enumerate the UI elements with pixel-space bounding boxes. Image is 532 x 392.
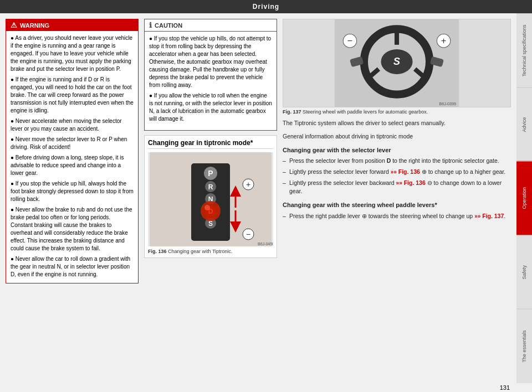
- svg-point-13: [204, 205, 210, 210]
- caution-item-2: ● If you allow the vehicle to roll when …: [149, 92, 272, 123]
- warning-icon: ⚠: [11, 21, 17, 29]
- warning-text: ● As a driver, you should never leave yo…: [11, 34, 134, 278]
- sidebar-item-advice[interactable]: Advice: [516, 87, 532, 162]
- gear-diagram-svg: P R N D: [148, 152, 273, 246]
- bottom-bar: 131: [0, 383, 532, 392]
- warning-item-7: ● Never allow the brake to rub and do no…: [11, 206, 134, 252]
- warning-item-6: ● If you stop the vehicle up hill, alway…: [11, 180, 134, 203]
- svg-text:P: P: [208, 169, 213, 178]
- page-number: 131: [500, 384, 510, 391]
- tiptronic-title: Changing gear in tiptronic mode*: [148, 139, 273, 149]
- warning-item-2: ● If the engine is running and if D or R…: [11, 76, 134, 115]
- section1-item-1: Press the selector lever from position D…: [283, 157, 511, 166]
- sidebar-item-operation[interactable]: Operation: [516, 161, 532, 235]
- tiptronic-section: Changing gear in tiptronic mode*: [144, 135, 277, 258]
- warning-item-8: ● Never allow the car to roll down a gra…: [11, 255, 134, 278]
- page-title: Driving: [253, 3, 279, 11]
- page-header: Driving: [0, 0, 532, 13]
- tiptronic-intro: The Tiptronic system allows the driver t…: [283, 119, 511, 128]
- svg-text:B6J-0399: B6J-0399: [439, 102, 456, 106]
- warning-item-5: ● Before driving down a long, steep slop…: [11, 154, 134, 177]
- caution-box: ℹ CAUTION ● If you stop the vehicle up h…: [144, 19, 277, 131]
- caution-header: ℹ CAUTION: [145, 19, 277, 32]
- warning-label: WARNING: [20, 22, 49, 29]
- warning-header: ⚠ WARNING: [6, 19, 138, 31]
- caution-item-1: ● If you stop the vehicle up hills, do n…: [149, 35, 272, 89]
- svg-text:−: −: [347, 35, 353, 45]
- caution-icon: ℹ: [149, 21, 152, 29]
- svg-text:+: +: [246, 180, 250, 189]
- svg-text:+: +: [441, 35, 447, 45]
- warning-box: ⚠ WARNING ● As a driver, you should neve…: [6, 19, 139, 283]
- fig137-caption: Fig. 137 Steering wheel with paddle leve…: [283, 109, 511, 115]
- section2-title: Changing gear with the steering wheel pa…: [283, 200, 511, 210]
- steering-wheel-svg: S +: [283, 19, 510, 107]
- section2-item-1: Press the right paddle lever ⊕ towards t…: [283, 212, 511, 221]
- fig136-caption: Fig. 136 Changing gear with Tiptronic.: [148, 249, 273, 254]
- section2-list: Press the right paddle lever ⊕ towards t…: [283, 212, 511, 221]
- section1-item-3: Lightly press the selector lever backwar…: [283, 179, 511, 197]
- svg-point-12: [201, 201, 221, 221]
- section1-list: Press the selector lever from position D…: [283, 157, 511, 196]
- sidebar-item-essentials[interactable]: The essentials: [516, 309, 532, 383]
- svg-text:B6J-0450: B6J-0450: [258, 242, 273, 246]
- steering-wheel-container: S +: [283, 19, 511, 115]
- section1-title: Changing gear with the selector lever: [283, 146, 511, 155]
- svg-text:R: R: [208, 183, 213, 191]
- right-text-content: The Tiptronic system allows the driver t…: [283, 119, 511, 223]
- sidebar-item-technical[interactable]: Technical specifications: [516, 13, 532, 87]
- svg-text:−: −: [246, 230, 250, 239]
- caution-label: CAUTION: [155, 22, 182, 29]
- tiptronic-image: P R N D: [148, 152, 273, 246]
- svg-text:S: S: [393, 55, 401, 67]
- warning-item-1: ● As a driver, you should never leave yo…: [11, 34, 134, 73]
- sidebar-item-safety[interactable]: Safety: [516, 235, 532, 310]
- warning-item-3: ● Never accelerate when moving the selec…: [11, 117, 134, 133]
- svg-text:S: S: [208, 220, 213, 228]
- tiptronic-general: General information about driving in tip…: [283, 132, 511, 141]
- steering-image: S +: [283, 19, 511, 107]
- side-navigation: Technical specifications Advice Operatio…: [516, 13, 532, 383]
- warning-item-4: ● Never move the selector lever to R or …: [11, 136, 134, 151]
- caution-text: ● If you stop the vehicle up hills, do n…: [149, 35, 272, 123]
- section1-item-2: Lightly press the selector lever forward…: [283, 168, 511, 177]
